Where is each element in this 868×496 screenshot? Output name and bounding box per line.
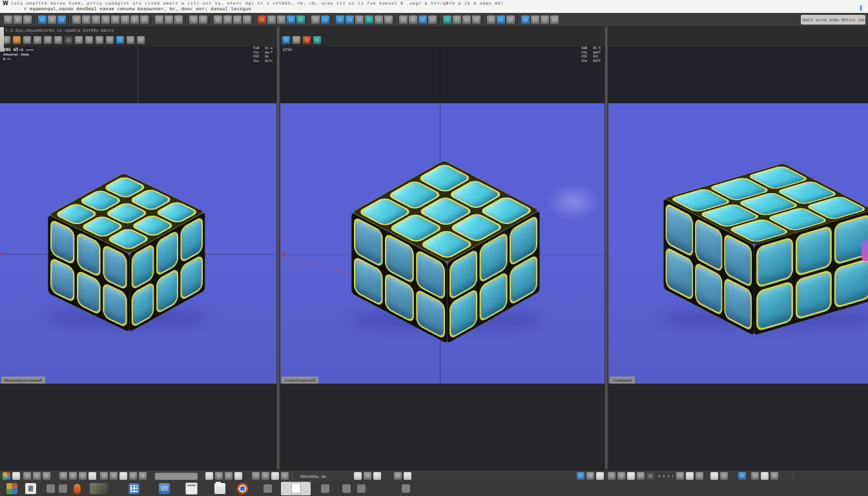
statusbar-g-icon[interactable] (676, 472, 684, 480)
statusbar-g-icon[interactable] (225, 472, 232, 480)
vp-left-tool-g-icon[interactable] (23, 36, 31, 44)
toolbar-g-icon[interactable] (223, 16, 232, 24)
vp-left-tool-b-icon[interactable] (116, 36, 124, 44)
app-gray-6[interactable] (402, 484, 410, 493)
app-gray-4[interactable] (342, 484, 351, 493)
viewport-splitter-right[interactable] (604, 26, 608, 470)
statusbar-g-icon[interactable] (394, 472, 402, 480)
statusbar-g-icon[interactable] (770, 472, 778, 480)
toolbar-g-icon[interactable] (384, 16, 393, 24)
menu-bar-text[interactable]: luta umqfttm derou Summ, prrry caGdglnt … (11, 1, 865, 6)
toolbar-g-icon[interactable] (82, 16, 90, 24)
toolbar-g-icon[interactable] (550, 16, 559, 24)
statusbar-w-icon[interactable] (627, 472, 635, 480)
app-flame[interactable] (74, 484, 81, 494)
vp-left-tool-g-icon[interactable] (34, 36, 41, 44)
ribbon-tabs[interactable]: 1.2.6uu,nbuam0n3r0x cx oqaNlb 3nt60x bdr… (5, 28, 114, 32)
toolbar-g-icon[interactable] (199, 16, 207, 24)
statusbar-g-icon[interactable] (43, 472, 50, 480)
menu-bar-subtext[interactable]: r eqamonqal,oqoao deoOma1 nanae cmnunw k… (24, 6, 493, 12)
toolbar-g-icon[interactable] (472, 16, 480, 24)
vp-center-tool-g-icon[interactable] (293, 36, 300, 44)
statusbar-g-icon[interactable] (252, 472, 260, 480)
statusbar-m-icon[interactable] (3, 472, 10, 480)
toolbar-g-icon[interactable] (92, 16, 100, 24)
toolbar-g-icon[interactable] (311, 16, 320, 24)
statusbar-g-icon[interactable] (59, 472, 67, 480)
toolbar-g-icon[interactable] (375, 16, 383, 24)
statusbar-w-icon[interactable] (710, 472, 718, 480)
statusbar-g-icon[interactable] (720, 472, 728, 480)
app-blue-folder[interactable] (159, 483, 170, 494)
toolbar-t-icon[interactable] (365, 16, 373, 24)
app-gray-1[interactable] (46, 484, 55, 493)
statusbar-g-icon[interactable] (696, 472, 703, 480)
vp-left-tool-g-icon[interactable] (96, 36, 103, 44)
app-blue-grid[interactable] (129, 483, 140, 494)
toolbar-b-icon[interactable] (497, 16, 505, 24)
vp-left-tool-g-icon[interactable] (75, 36, 83, 44)
toolbar-g-icon[interactable] (462, 16, 471, 24)
app-window[interactable] (185, 482, 198, 495)
app-browser[interactable] (237, 483, 248, 494)
statusbar-w-icon[interactable] (354, 472, 362, 480)
statusbar-g-icon[interactable] (751, 472, 759, 480)
toolbar-g-icon[interactable] (453, 16, 461, 24)
statusbar-w-icon[interactable] (373, 472, 381, 480)
toolbar-b-icon[interactable] (38, 16, 46, 24)
vp-center-tool-t-icon[interactable] (313, 36, 321, 44)
toolbar-g-icon[interactable] (23, 16, 32, 24)
toolbar-g-icon[interactable] (4, 16, 12, 24)
vp-left-tool-g-icon[interactable] (44, 36, 52, 44)
toolbar-g-icon[interactable] (72, 16, 81, 24)
statusbar-g-icon[interactable] (364, 472, 371, 480)
vp-left-tool-g-icon[interactable] (127, 36, 134, 44)
toolbar-g-icon[interactable] (111, 16, 119, 24)
statusbar-g-icon[interactable] (69, 472, 77, 480)
toolbar-g-icon[interactable] (243, 16, 251, 24)
toolbar-g-icon[interactable] (506, 16, 515, 24)
vp-left-tool-g-icon[interactable] (106, 36, 114, 44)
statusbar-d-icon[interactable] (646, 472, 654, 480)
toolbar-g-icon[interactable] (409, 16, 417, 24)
app-page-active[interactable] (281, 482, 311, 495)
statusbar-b-icon[interactable] (577, 472, 584, 480)
statusbar-g-icon[interactable] (281, 472, 289, 480)
statusbar-g-icon[interactable] (100, 472, 108, 480)
statusbar-g-icon[interactable] (33, 472, 41, 480)
toolbar-g-icon[interactable] (277, 16, 285, 24)
toolbar-b-icon[interactable] (287, 16, 295, 24)
statusbar-w-icon[interactable] (404, 472, 411, 480)
statusbar-w-icon[interactable] (205, 472, 213, 480)
os-taskbar[interactable] (0, 481, 868, 496)
toolbar-b-icon[interactable] (346, 16, 354, 24)
statusbar-w-icon[interactable] (119, 472, 127, 480)
toolbar-g-icon[interactable] (355, 16, 364, 24)
toolbar-dock-handle[interactable] (0, 26, 4, 52)
statusbar-w-icon[interactable] (12, 472, 20, 480)
toolbar-g-icon[interactable] (174, 16, 183, 24)
statusbar-w-icon[interactable] (88, 472, 96, 480)
toolbar-g-icon[interactable] (121, 16, 129, 24)
toolbar-g-icon[interactable] (155, 16, 163, 24)
toolbar-g-icon[interactable] (48, 16, 56, 24)
toolbar-g-icon[interactable] (428, 16, 437, 24)
statusbar-g-icon[interactable] (23, 472, 31, 480)
vp-left-tool-g-icon[interactable] (85, 36, 93, 44)
statusbar-b-icon[interactable] (738, 472, 746, 480)
main-toolbar[interactable]: tbUlt orrnt bt0w EPtlcn |kb (0, 13, 868, 27)
toolbar-t-icon[interactable] (443, 16, 451, 24)
viewport-center-name-tag[interactable]: Couacblqosat8 (282, 377, 318, 384)
toolbar-b-icon[interactable] (321, 16, 329, 24)
workspace-selector[interactable]: tbUlt orrnt bt0w EPtlcn |kb (801, 15, 865, 25)
toolbar-g-icon[interactable] (101, 16, 110, 24)
toolbar-g-icon[interactable] (214, 16, 222, 24)
viewport-left[interactable]: 1.2.6uu,nbuam0n3r0x cx oqaNlb 3nt60x bdr… (0, 26, 276, 470)
viewport-right-name-tag[interactable]: Ccmhpox8 (610, 377, 635, 384)
statusbar-w-icon[interactable] (686, 472, 694, 480)
statusbar-g-icon[interactable] (608, 472, 615, 480)
statusbar-w-icon[interactable] (596, 472, 604, 480)
statusbar-w-icon[interactable] (271, 472, 279, 480)
statusbar-g-icon[interactable] (129, 472, 137, 480)
toolbar-r-icon[interactable] (258, 16, 266, 24)
